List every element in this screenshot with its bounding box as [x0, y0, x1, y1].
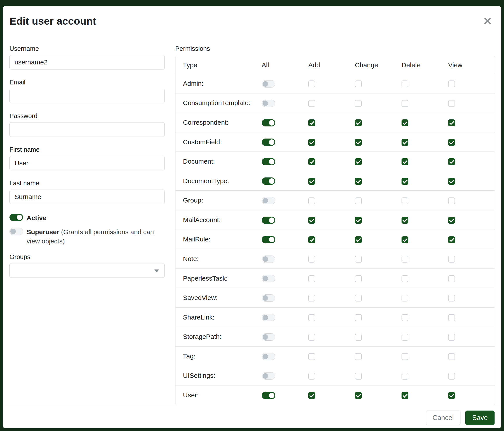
permission-checkbox-view[interactable] — [448, 158, 455, 165]
permission-checkbox-view[interactable] — [448, 81, 455, 87]
permission-checkbox-change[interactable] — [355, 236, 362, 243]
permission-checkbox-view[interactable] — [448, 119, 455, 126]
permission-checkbox-delete[interactable] — [402, 81, 408, 87]
close-icon[interactable]: ✕ — [481, 15, 494, 27]
email-input[interactable] — [9, 89, 165, 103]
permission-checkbox-add[interactable] — [308, 100, 315, 107]
permission-checkbox-view[interactable] — [448, 217, 455, 224]
permission-checkbox-delete[interactable] — [402, 119, 408, 126]
permission-checkbox-change[interactable] — [355, 198, 362, 204]
permission-toggle-all[interactable] — [262, 100, 275, 107]
permission-checkbox-change[interactable] — [355, 275, 362, 282]
permission-checkbox-add[interactable] — [308, 81, 315, 87]
permission-checkbox-view[interactable] — [448, 295, 455, 301]
permission-toggle-all[interactable] — [262, 197, 275, 204]
permission-checkbox-view[interactable] — [448, 178, 455, 185]
permission-checkbox-view[interactable] — [448, 334, 455, 341]
cancel-button[interactable]: Cancel — [426, 411, 461, 425]
permission-toggle-all[interactable] — [262, 178, 275, 185]
permission-checkbox-change[interactable] — [355, 217, 362, 224]
permission-checkbox-change[interactable] — [355, 178, 362, 185]
permission-checkbox-change[interactable] — [355, 158, 362, 165]
permission-checkbox-add[interactable] — [308, 392, 315, 399]
permission-toggle-all[interactable] — [262, 275, 275, 282]
permission-checkbox-add[interactable] — [308, 314, 315, 321]
permission-checkbox-add[interactable] — [308, 198, 315, 204]
permission-toggle-all[interactable] — [262, 80, 275, 88]
permission-checkbox-delete[interactable] — [402, 100, 408, 107]
permission-checkbox-view[interactable] — [448, 198, 455, 204]
permission-checkbox-delete[interactable] — [402, 178, 408, 185]
permission-toggle-all[interactable] — [262, 119, 275, 126]
permission-checkbox-change[interactable] — [355, 100, 362, 107]
permission-checkbox-add[interactable] — [308, 178, 315, 185]
permission-checkbox-delete[interactable] — [402, 373, 408, 379]
permissions-table: TypeAllAddChangeDeleteView Admin:Consump… — [175, 56, 495, 405]
permission-checkbox-change[interactable] — [355, 139, 362, 146]
permission-checkbox-change[interactable] — [355, 373, 362, 379]
groups-select[interactable] — [9, 263, 165, 278]
permission-checkbox-view[interactable] — [448, 236, 455, 243]
permission-toggle-all[interactable] — [262, 295, 275, 302]
permission-toggle-all[interactable] — [262, 256, 275, 263]
active-toggle[interactable] — [9, 214, 23, 221]
save-button[interactable]: Save — [465, 411, 495, 425]
permission-checkbox-change[interactable] — [355, 119, 362, 126]
permission-toggle-all[interactable] — [262, 158, 275, 165]
permission-checkbox-add[interactable] — [308, 295, 315, 301]
username-input[interactable] — [9, 55, 165, 70]
permission-checkbox-change[interactable] — [355, 334, 362, 341]
permission-checkbox-delete[interactable] — [402, 295, 408, 301]
permission-checkbox-delete[interactable] — [402, 353, 408, 360]
permission-type-label: MailRule: — [175, 230, 262, 249]
permission-checkbox-change[interactable] — [355, 314, 362, 321]
permission-toggle-all[interactable] — [262, 392, 275, 399]
permission-checkbox-add[interactable] — [308, 256, 315, 262]
permission-checkbox-delete[interactable] — [402, 256, 408, 262]
permission-toggle-all[interactable] — [262, 333, 275, 341]
permission-checkbox-view[interactable] — [448, 314, 455, 321]
permission-checkbox-add[interactable] — [308, 275, 315, 282]
permission-checkbox-view[interactable] — [448, 256, 455, 262]
permission-checkbox-delete[interactable] — [402, 217, 408, 224]
password-input[interactable] — [9, 122, 165, 137]
permission-type-label: SavedView: — [175, 288, 262, 308]
permission-checkbox-delete[interactable] — [402, 275, 408, 282]
permission-toggle-all[interactable] — [262, 217, 275, 224]
permission-checkbox-add[interactable] — [308, 236, 315, 243]
permission-checkbox-delete[interactable] — [402, 314, 408, 321]
permission-checkbox-delete[interactable] — [402, 392, 408, 399]
permission-checkbox-add[interactable] — [308, 139, 315, 146]
permission-checkbox-change[interactable] — [355, 256, 362, 262]
permission-checkbox-delete[interactable] — [402, 158, 408, 165]
permission-checkbox-view[interactable] — [448, 275, 455, 282]
permission-checkbox-change[interactable] — [355, 81, 362, 87]
permission-toggle-all[interactable] — [262, 372, 275, 379]
permission-toggle-all[interactable] — [262, 236, 275, 243]
permission-checkbox-add[interactable] — [308, 334, 315, 341]
permission-checkbox-delete[interactable] — [402, 139, 408, 146]
superuser-toggle[interactable] — [9, 228, 23, 235]
permission-checkbox-view[interactable] — [448, 100, 455, 107]
permission-checkbox-view[interactable] — [448, 373, 455, 379]
permission-checkbox-change[interactable] — [355, 353, 362, 360]
permission-checkbox-add[interactable] — [308, 119, 315, 126]
permission-checkbox-add[interactable] — [308, 353, 315, 360]
permission-checkbox-view[interactable] — [448, 353, 455, 360]
permission-checkbox-view[interactable] — [448, 139, 455, 146]
last-name-input[interactable] — [9, 189, 165, 204]
permission-checkbox-change[interactable] — [355, 392, 362, 399]
permission-checkbox-add[interactable] — [308, 373, 315, 379]
permission-checkbox-delete[interactable] — [402, 198, 408, 204]
permission-toggle-all[interactable] — [262, 139, 275, 146]
first-name-input[interactable] — [9, 156, 165, 171]
permission-checkbox-change[interactable] — [355, 295, 362, 301]
permission-toggle-all[interactable] — [262, 353, 275, 360]
permission-toggle-all[interactable] — [262, 314, 275, 321]
permission-checkbox-add[interactable] — [308, 158, 315, 165]
permission-checkbox-delete[interactable] — [402, 334, 408, 341]
permission-checkbox-view[interactable] — [448, 392, 455, 399]
permission-checkbox-add[interactable] — [308, 217, 315, 224]
permission-checkbox-delete[interactable] — [402, 236, 408, 243]
permission-type-label: Admin: — [175, 74, 262, 93]
